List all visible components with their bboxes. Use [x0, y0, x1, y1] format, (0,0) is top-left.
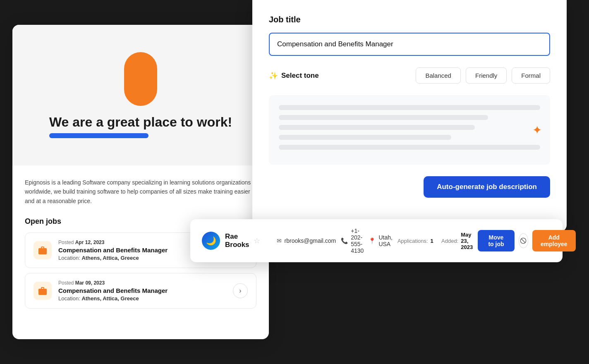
description-skeleton-area: ✦ [269, 95, 550, 165]
company-tagline: We are a great place to work! [49, 114, 232, 130]
job-title-text: Compensation and Benefits Manager [58, 287, 226, 294]
tone-wand-icon: ✨ [269, 71, 278, 80]
candidate-email: ✉ rbrooks@gmail.com [277, 237, 336, 244]
candidate-card: 🌙 Rae Brooks ☆ ✉ rbrooks@gmail.com 📞 +1-… [190, 219, 563, 262]
candidate-phone: 📞 +1-202-555-4130 [341, 228, 364, 254]
briefcase-icon [38, 245, 48, 255]
tone-friendly-button[interactable]: Friendly [466, 67, 507, 84]
candidate-name: Rae Brooks [225, 232, 249, 249]
candidate-location: 📍 Utah, USA [369, 234, 392, 247]
svg-line-1 [522, 239, 525, 242]
auto-generate-button[interactable]: Auto-generate job description [424, 176, 550, 198]
panel-title: Job title [269, 15, 550, 24]
candidate-name-area: Rae Brooks ☆ [225, 232, 260, 249]
block-icon [520, 237, 527, 244]
skeleton-line [279, 145, 540, 150]
add-employee-button[interactable]: Add employee [532, 230, 576, 251]
tone-buttons: Balanced Friendly Formal [416, 67, 550, 84]
block-button[interactable] [519, 233, 528, 248]
candidate-card-inner: 🌙 Rae Brooks ☆ ✉ rbrooks@gmail.com 📞 +1-… [202, 228, 551, 254]
phone-icon: 📞 [341, 237, 348, 244]
job-icon [34, 282, 52, 300]
candidate-actions: Move to job Add employee [478, 230, 575, 251]
skeleton-line [279, 115, 488, 120]
job-posted-date: Posted Mar 09, 2023 [58, 280, 226, 286]
skeleton-line [279, 135, 451, 140]
company-logo [124, 52, 157, 106]
email-icon: ✉ [277, 237, 282, 244]
job-icon [34, 241, 52, 259]
job-location: Location: Athens, Attica, Greece [58, 295, 226, 302]
candidate-star-icon[interactable]: ☆ [254, 236, 260, 245]
job-title-input[interactable] [269, 33, 550, 56]
job-description-panel: Job title ✨ Select tone Balanced Friendl… [252, 0, 567, 232]
candidate-avatar: 🌙 [202, 232, 220, 250]
location-icon: 📍 [369, 237, 376, 244]
sparkle-icon: ✦ [532, 123, 542, 137]
skeleton-line [279, 125, 475, 130]
job-info: Posted Mar 09, 2023 Compensation and Ben… [58, 280, 226, 302]
company-description: Epignosis is a leading Software company … [25, 178, 256, 206]
tone-label: ✨ Select tone [269, 71, 319, 80]
move-to-job-button[interactable]: Move to job [478, 230, 515, 251]
candidate-top-row: 🌙 Rae Brooks ☆ ✉ rbrooks@gmail.com 📞 +1-… [202, 228, 551, 254]
company-header: We are a great place to work! [12, 25, 269, 165]
skeleton-line [279, 105, 540, 110]
tone-section: ✨ Select tone Balanced Friendly Formal [269, 67, 550, 84]
job-listing-item[interactable]: Posted Mar 09, 2023 Compensation and Ben… [25, 273, 256, 309]
tone-balanced-button[interactable]: Balanced [416, 67, 461, 84]
tone-formal-button[interactable]: Formal [512, 67, 550, 84]
briefcase-icon [38, 286, 48, 296]
candidate-meta: Applications: 1 Added: May 23, 2023 [397, 232, 473, 250]
company-card: We are a great place to work! Epignosis … [12, 25, 269, 339]
job-chevron-icon[interactable]: › [233, 283, 248, 298]
company-blue-bar [49, 133, 148, 138]
